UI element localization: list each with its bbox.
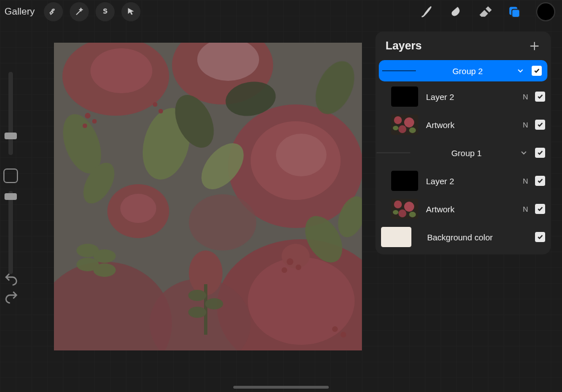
layer-row-artwork-a[interactable]: Artwork N xyxy=(375,111,551,139)
visibility-checkbox[interactable] xyxy=(535,120,545,130)
brush-button[interactable] xyxy=(419,4,434,19)
visibility-checkbox[interactable] xyxy=(535,204,545,214)
left-sliders xyxy=(2,72,19,302)
visibility-checkbox[interactable] xyxy=(535,232,545,242)
home-indicator xyxy=(233,386,329,389)
svg-point-48 xyxy=(404,117,414,127)
group-label: Group 2 xyxy=(419,66,516,76)
canvas[interactable] xyxy=(54,43,362,350)
smudge-button[interactable] xyxy=(448,4,463,19)
svg-rect-1 xyxy=(512,10,520,17)
undo-icon xyxy=(3,271,19,287)
add-layer-button[interactable] xyxy=(528,40,541,52)
brush-size-thumb[interactable] xyxy=(4,133,17,139)
layer-group-1[interactable]: Group 1 xyxy=(375,139,551,167)
svg-point-50 xyxy=(409,127,416,133)
svg-point-55 xyxy=(398,209,406,217)
gallery-button[interactable]: Gallery xyxy=(4,6,35,17)
layer-label: Layer 2 xyxy=(426,92,520,102)
chevron-down-icon[interactable] xyxy=(519,148,528,157)
svg-point-57 xyxy=(393,210,398,215)
layers-icon xyxy=(507,4,522,19)
svg-point-54 xyxy=(404,202,414,212)
chevron-down-icon[interactable] xyxy=(516,66,525,75)
visibility-checkbox[interactable] xyxy=(532,66,542,76)
smudge-icon xyxy=(448,4,463,19)
cursor-icon xyxy=(126,7,136,17)
group-handle xyxy=(382,70,416,71)
background-layer[interactable]: Background color xyxy=(375,223,551,251)
magic-wand-button[interactable] xyxy=(70,2,89,21)
adjustments-button[interactable] xyxy=(44,2,63,21)
svg-point-53 xyxy=(394,200,402,208)
blend-mode[interactable]: N xyxy=(520,205,531,213)
group-handle xyxy=(377,152,410,153)
svg-point-51 xyxy=(393,126,398,130)
layer-label: Background color xyxy=(427,233,535,242)
layer-label: Artwork xyxy=(426,204,520,214)
selection-s-icon xyxy=(100,7,110,17)
visibility-checkbox[interactable] xyxy=(535,148,545,158)
eraser-icon xyxy=(478,4,492,19)
layers-panel: Layers Group 2 Layer 2 N Artwork N Group… xyxy=(375,31,551,254)
layer-group-2[interactable]: Group 2 xyxy=(379,60,547,81)
layer-thumbnail xyxy=(391,115,418,135)
layer-row-layer2-a[interactable]: Layer 2 N xyxy=(375,83,551,111)
wrench-icon xyxy=(48,7,58,17)
layer-label: Artwork xyxy=(426,120,520,130)
brush-icon xyxy=(419,4,434,19)
right-tools xyxy=(419,2,555,21)
group-label: Group 1 xyxy=(414,148,519,158)
opacity-thumb[interactable] xyxy=(4,193,17,200)
svg-point-49 xyxy=(398,125,406,133)
visibility-checkbox[interactable] xyxy=(535,176,545,186)
selection-button[interactable] xyxy=(96,2,115,21)
artwork-painting xyxy=(54,43,362,350)
wand-icon xyxy=(74,7,84,17)
plus-icon xyxy=(528,40,541,52)
layer-thumbnail xyxy=(391,171,418,191)
undo-redo xyxy=(3,272,19,304)
opacity-slider[interactable] xyxy=(8,191,13,274)
undo-button[interactable] xyxy=(3,272,19,286)
svg-point-47 xyxy=(394,116,402,124)
modify-button[interactable] xyxy=(3,168,18,183)
layer-thumbnail xyxy=(391,86,418,107)
color-picker-button[interactable] xyxy=(536,2,555,21)
blend-mode[interactable]: N xyxy=(520,93,531,101)
transform-button[interactable] xyxy=(121,2,140,21)
redo-icon xyxy=(3,289,19,305)
blend-mode[interactable]: N xyxy=(520,121,531,129)
svg-rect-45 xyxy=(54,43,362,350)
layer-label: Layer 2 xyxy=(426,176,520,186)
topbar: Gallery xyxy=(0,0,562,24)
svg-point-56 xyxy=(409,212,416,217)
redo-button[interactable] xyxy=(3,290,19,304)
layer-thumbnail xyxy=(381,227,411,247)
layer-row-artwork-b[interactable]: Artwork N xyxy=(375,195,551,223)
layer-thumbnail xyxy=(391,199,418,219)
visibility-checkbox[interactable] xyxy=(535,92,545,102)
layers-button[interactable] xyxy=(507,4,522,19)
blend-mode[interactable]: N xyxy=(520,177,531,185)
layer-row-layer2-b[interactable]: Layer 2 N xyxy=(375,167,551,195)
brush-size-slider[interactable] xyxy=(8,72,13,155)
panel-title: Layers xyxy=(386,39,422,52)
eraser-button[interactable] xyxy=(478,4,492,19)
